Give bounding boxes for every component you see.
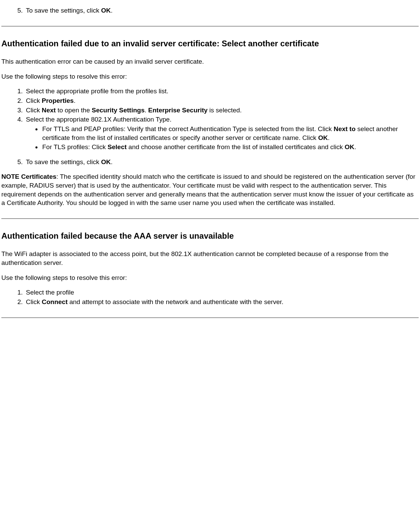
bold-text: Security Settings — [92, 107, 144, 114]
text: . — [354, 143, 356, 150]
bold-text: OK — [101, 158, 111, 165]
bold-text: Next — [42, 107, 56, 114]
note-text: : The specified identity should match wh… — [1, 173, 415, 206]
text: Click — [26, 97, 42, 104]
intro-step-list: To save the settings, click OK. — [1, 6, 419, 15]
divider — [1, 317, 419, 318]
bold-text: Select — [108, 143, 127, 150]
steps-list-cont: To save the settings, click OK. — [1, 158, 419, 167]
note-paragraph: NOTE Certificates: The specified identit… — [1, 172, 419, 207]
text: is selected. — [207, 107, 242, 114]
paragraph: Use the following steps to resolve this … — [1, 273, 419, 282]
list-item: To save the settings, click OK. — [25, 6, 419, 15]
paragraph: Use the following steps to resolve this … — [1, 72, 419, 81]
steps-list: Select the appropriate profile from the … — [1, 87, 419, 151]
text: . — [145, 107, 149, 114]
list-item: Select the appropriate 802.1X Authentica… — [25, 115, 419, 152]
list-item: For TTLS and PEAP profiles: Verify that … — [42, 125, 419, 142]
bold-text: OK — [101, 7, 111, 14]
text: To save the settings, click — [26, 158, 101, 165]
list-item: To save the settings, click OK. — [25, 158, 419, 167]
text: and attempt to associate with the networ… — [67, 298, 283, 305]
text: . — [74, 97, 75, 104]
text: and choose another certificate from the … — [127, 143, 345, 150]
bold-text: Connect — [42, 298, 67, 305]
bold-text: OK — [318, 134, 328, 141]
divider — [1, 218, 419, 219]
text: Click — [26, 107, 42, 114]
text: Select the appropriate 802.1X Authentica… — [26, 116, 171, 123]
list-item: For TLS profiles: Click Select and choos… — [42, 143, 419, 152]
text: . — [111, 158, 112, 165]
step-text: To save the settings, click — [26, 7, 101, 14]
steps-list: Select the profile Click Connect and att… — [1, 288, 419, 306]
text: . — [328, 134, 329, 141]
bold-text: OK — [345, 143, 355, 150]
list-item: Select the profile — [25, 288, 419, 297]
bold-text: Properties — [42, 97, 74, 104]
section-heading: Authentication failed due to an invalid … — [1, 38, 419, 49]
section-heading: Authentication failed because the AAA se… — [1, 231, 419, 241]
list-item: Click Properties. — [25, 96, 419, 105]
list-item: Click Connect and attempt to associate w… — [25, 298, 419, 306]
text: to open the — [56, 107, 92, 114]
sublist: For TTLS and PEAP profiles: Verify that … — [26, 125, 419, 152]
bold-text: Enterprise Security — [148, 107, 207, 114]
list-item: Select the appropriate profile from the … — [25, 87, 419, 96]
paragraph: This authentication error can be caused … — [1, 57, 419, 66]
text: For TLS profiles: Click — [42, 143, 108, 150]
divider — [1, 26, 419, 27]
bold-text: Next to — [333, 125, 355, 132]
text: For TTLS and PEAP profiles: Verify that … — [42, 125, 333, 132]
note-label: NOTE Certificates — [1, 173, 57, 180]
paragraph: The WiFi adapter is associated to the ac… — [1, 250, 419, 267]
step-text: . — [111, 7, 112, 14]
list-item: Click Next to open the Security Settings… — [25, 106, 419, 115]
text: Click — [26, 298, 42, 305]
